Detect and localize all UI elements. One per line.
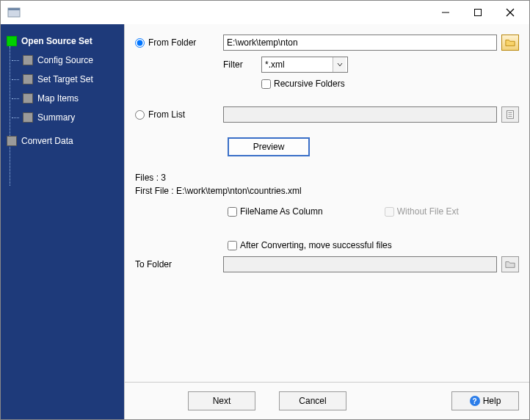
from-folder-input[interactable] (223, 35, 497, 51)
app-icon (7, 5, 21, 20)
filename-as-column-label: FileName As Column (240, 206, 323, 217)
next-button-label: Next (213, 396, 231, 406)
filter-input[interactable] (262, 57, 333, 72)
folder-icon (505, 259, 515, 269)
step-bullet-icon (23, 55, 33, 65)
step-bullet-icon (23, 93, 33, 104)
from-list-radio[interactable]: From List (135, 109, 185, 120)
step-label: Set Target Set (37, 74, 93, 84)
step-convert-data[interactable]: Convert Data (5, 131, 121, 151)
to-folder-input[interactable] (223, 256, 497, 272)
from-list-input[interactable] (223, 106, 497, 123)
tree-connector (10, 46, 10, 186)
step-bullet-icon (23, 112, 33, 123)
from-folder-radio-input[interactable] (135, 38, 145, 48)
button-bar: Next Cancel ? Help (125, 382, 529, 419)
folder-icon (505, 37, 515, 48)
from-folder-label: From Folder (148, 37, 196, 48)
recursive-folders-input[interactable] (261, 79, 271, 89)
filter-combo[interactable] (261, 57, 348, 73)
move-after-input[interactable] (228, 241, 237, 250)
to-folder-label: To Folder (135, 259, 172, 269)
filename-as-column-input[interactable] (228, 207, 237, 217)
cancel-button[interactable]: Cancel (279, 391, 346, 410)
step-map-items[interactable]: Map Items (21, 89, 121, 108)
wizard-steps-sidebar: Open Source Set Config Source Set Target… (1, 24, 124, 419)
filter-dropdown-button[interactable] (333, 57, 346, 72)
move-after-checkbox[interactable]: After Converting, move successful files (228, 240, 392, 250)
step-label: Convert Data (21, 136, 73, 146)
help-button-label: Help (483, 396, 501, 406)
svg-rect-1 (8, 8, 20, 10)
without-file-ext-checkbox: Without File Ext (385, 206, 459, 217)
browse-list-button[interactable] (501, 106, 519, 123)
from-list-label: From List (148, 109, 185, 120)
step-bullet-icon (23, 74, 33, 84)
step-summary[interactable]: Summary (21, 108, 121, 127)
help-icon: ? (470, 396, 480, 406)
cancel-button-label: Cancel (299, 396, 326, 406)
browse-to-folder-button[interactable] (501, 256, 519, 272)
step-label: Map Items (37, 93, 79, 104)
move-after-label: After Converting, move successful files (240, 240, 392, 250)
svg-rect-3 (475, 10, 482, 16)
preview-button[interactable]: Preview (228, 137, 310, 156)
recursive-folders-label: Recursive Folders (274, 79, 345, 89)
without-file-ext-label: Without File Ext (397, 206, 459, 217)
step-open-source-set[interactable]: Open Source Set (5, 32, 121, 51)
first-file: First File : E:\work\temp\nton\countries… (135, 186, 519, 196)
list-file-icon (505, 109, 515, 120)
preview-button-label: Preview (253, 142, 285, 152)
help-button[interactable]: ? Help (451, 391, 519, 410)
main-panel: From Folder Filter (124, 24, 529, 419)
chevron-down-icon (337, 62, 343, 68)
filter-label: Filter (223, 59, 257, 70)
next-button[interactable]: Next (188, 391, 255, 410)
step-set-target-set[interactable]: Set Target Set (21, 70, 121, 89)
browse-folder-button[interactable] (501, 35, 519, 51)
without-file-ext-input (385, 207, 394, 217)
step-label: Summary (37, 112, 75, 123)
step-label: Open Source Set (21, 36, 92, 46)
maximize-button[interactable] (462, 2, 494, 23)
minimize-button[interactable] (429, 2, 462, 23)
filename-as-column-checkbox[interactable]: FileName As Column (228, 206, 323, 217)
step-label: Config Source (37, 55, 93, 65)
titlebar (1, 1, 529, 24)
from-list-radio-input[interactable] (135, 110, 145, 120)
from-folder-radio[interactable]: From Folder (135, 37, 196, 48)
files-count: Files : 3 (135, 173, 519, 183)
step-bullet-icon (7, 36, 17, 46)
close-button[interactable] (494, 2, 526, 23)
step-bullet-icon (7, 136, 17, 146)
recursive-folders-checkbox[interactable]: Recursive Folders (261, 79, 345, 89)
step-config-source[interactable]: Config Source (21, 51, 121, 70)
